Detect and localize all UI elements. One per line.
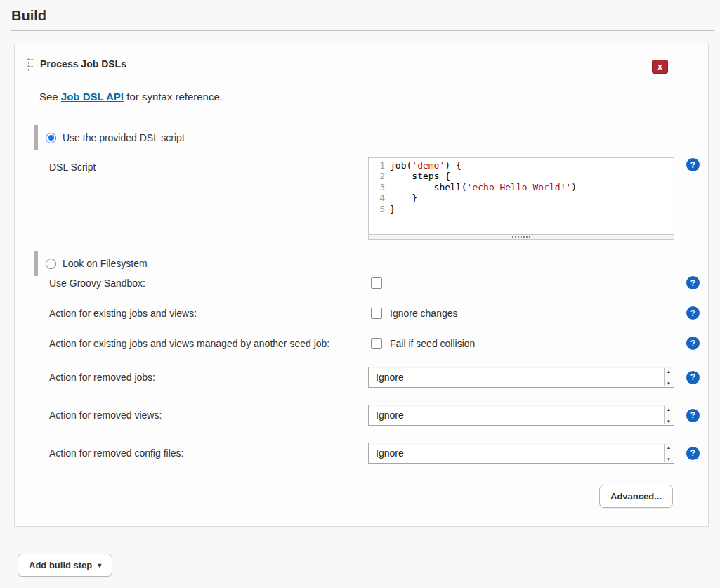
add-build-step-label: Add build step bbox=[29, 560, 92, 570]
select-up-arrow-icon: ▴ bbox=[667, 369, 670, 374]
removed-configs-select-value: Ignore bbox=[376, 447, 404, 459]
radio-look-on-filesystem[interactable] bbox=[46, 259, 56, 269]
field-row-removed-jobs: Action for removed jobs: Ignore ▴▾ ? bbox=[49, 367, 702, 388]
select-arrows-icon: ▴▾ bbox=[664, 368, 673, 386]
dsl-code-lines: job('demo') { steps { shell('echo Hello … bbox=[390, 160, 577, 234]
removed-jobs-select-value: Ignore bbox=[376, 372, 404, 383]
field-row-groovy-sandbox: Use Groovy Sandbox: ? bbox=[49, 276, 702, 289]
help-icon-dsl-script[interactable]: ? bbox=[686, 158, 700, 171]
removed-configs-control: Ignore ▴▾ bbox=[368, 443, 674, 464]
seed-job-control: Fail if seed collision bbox=[368, 338, 674, 349]
existing-jobs-control: Ignore changes bbox=[368, 308, 674, 319]
help-icon-seed-job[interactable]: ? bbox=[686, 337, 700, 350]
fail-if-seed-collision-label[interactable]: Fail if seed collision bbox=[390, 338, 475, 349]
select-arrows-icon: ▴▾ bbox=[664, 406, 673, 424]
field-row-dsl-script: DSL Script 12345 job('demo') { steps { s… bbox=[49, 157, 702, 240]
help-icon-removed-views[interactable]: ? bbox=[686, 409, 700, 422]
existing-jobs-label: Action for existing jobs and views: bbox=[49, 308, 368, 319]
title-divider bbox=[11, 30, 714, 31]
caret-down-icon: ▾ bbox=[98, 561, 101, 569]
syntax-reference-text: See Job DSL API for syntax reference. bbox=[39, 91, 702, 103]
dsl-script-editor-wrap: 12345 job('demo') { steps { shell('echo … bbox=[368, 157, 674, 240]
removed-jobs-control: Ignore ▴▾ bbox=[368, 367, 674, 388]
field-row-removed-views: Action for removed views: Ignore ▴▾ ? bbox=[49, 405, 702, 426]
radio-label-provided-script[interactable]: Use the provided DSL script bbox=[63, 132, 185, 143]
advanced-row: Advanced... bbox=[49, 485, 673, 508]
fail-if-seed-collision-checkbox[interactable] bbox=[371, 338, 382, 349]
radio-row-filesystem: Look on Filesystem bbox=[26, 251, 702, 276]
select-down-arrow-icon: ▾ bbox=[667, 381, 670, 386]
removed-jobs-label: Action for removed jobs: bbox=[49, 372, 368, 383]
help-icon-removed-jobs[interactable]: ? bbox=[686, 371, 700, 384]
field-row-seed-job: Action for existing jobs and views manag… bbox=[49, 337, 702, 350]
groovy-sandbox-label: Use Groovy Sandbox: bbox=[49, 277, 368, 289]
field-row-removed-configs: Action for removed config files: Ignore … bbox=[49, 443, 702, 464]
dsl-code-gutter: 12345 bbox=[369, 160, 390, 234]
help-icon-existing-jobs[interactable]: ? bbox=[686, 306, 700, 320]
removed-views-select-value: Ignore bbox=[376, 410, 404, 421]
add-build-step-button[interactable]: Add build step ▾ bbox=[18, 554, 112, 577]
help-icon-removed-configs[interactable]: ? bbox=[686, 447, 700, 460]
radio-label-filesystem[interactable]: Look on Filesystem bbox=[63, 258, 148, 269]
radio-dot bbox=[48, 135, 54, 141]
job-dsl-api-link[interactable]: Job DSL API bbox=[61, 91, 124, 103]
dsl-script-editor[interactable]: 12345 job('demo') { steps { shell('echo … bbox=[368, 157, 674, 235]
delete-build-step-button[interactable]: x bbox=[652, 60, 668, 74]
removed-configs-label: Action for removed config files: bbox=[49, 447, 368, 459]
removed-jobs-select[interactable]: Ignore ▴▾ bbox=[368, 367, 674, 388]
seed-job-label: Action for existing jobs and views manag… bbox=[49, 338, 368, 349]
dsl-script-label: DSL Script bbox=[49, 157, 368, 173]
ignore-changes-checkbox[interactable] bbox=[371, 308, 382, 319]
removed-views-control: Ignore ▴▾ bbox=[368, 405, 674, 426]
field-row-existing-jobs: Action for existing jobs and views: Igno… bbox=[49, 306, 702, 320]
ignore-changes-label[interactable]: Ignore changes bbox=[390, 308, 458, 319]
see-prefix: See bbox=[39, 91, 61, 103]
removed-views-select[interactable]: Ignore ▴▾ bbox=[368, 405, 674, 426]
build-step-title: Process Job DSLs bbox=[40, 58, 126, 70]
see-suffix: for syntax reference. bbox=[124, 91, 223, 103]
select-arrows-icon: ▴▾ bbox=[664, 444, 673, 462]
select-up-arrow-icon: ▴ bbox=[667, 445, 670, 450]
select-down-arrow-icon: ▾ bbox=[667, 457, 670, 462]
section-divider bbox=[0, 587, 720, 587]
help-icon-groovy-sandbox[interactable]: ? bbox=[686, 276, 700, 289]
editor-resize-handle[interactable] bbox=[368, 235, 674, 240]
drag-handle-icon[interactable] bbox=[26, 57, 34, 71]
build-step-panel-process-job-dsls: Process Job DSLs x See Job DSL API for s… bbox=[14, 44, 709, 527]
advanced-button[interactable]: Advanced... bbox=[599, 485, 673, 508]
groovy-sandbox-control bbox=[368, 277, 674, 289]
panel-header: Process Job DSLs x bbox=[26, 57, 702, 71]
page-title: Build bbox=[11, 8, 709, 24]
groovy-sandbox-checkbox[interactable] bbox=[371, 277, 382, 289]
radio-section-bar bbox=[34, 125, 38, 150]
radio-row-provided-script: Use the provided DSL script bbox=[26, 125, 702, 150]
radio-section-bar bbox=[34, 251, 38, 276]
radio-use-provided-dsl-script[interactable] bbox=[46, 133, 56, 143]
select-up-arrow-icon: ▴ bbox=[667, 407, 670, 412]
resize-grip-icon bbox=[512, 236, 530, 238]
removed-views-label: Action for removed views: bbox=[49, 410, 368, 421]
select-down-arrow-icon: ▾ bbox=[667, 419, 670, 424]
removed-configs-select[interactable]: Ignore ▴▾ bbox=[368, 443, 674, 464]
